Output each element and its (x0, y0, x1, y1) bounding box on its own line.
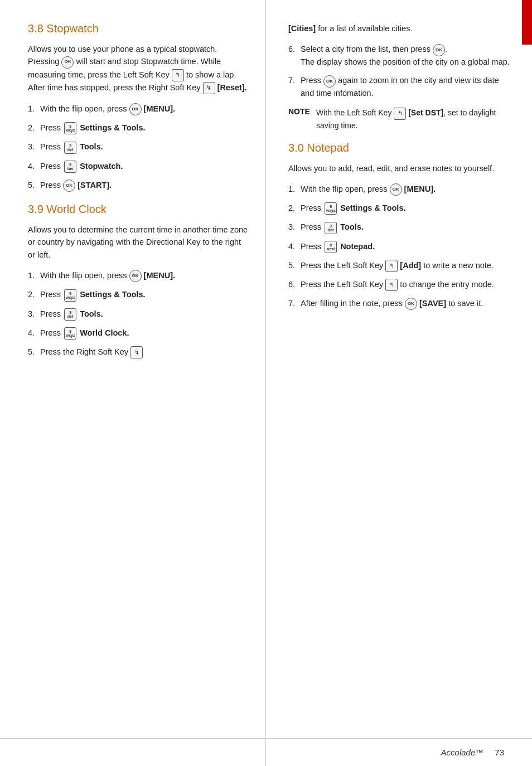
right-column: [Cities] for a list of available cities.… (266, 0, 532, 766)
right-soft-wc5: ↯ (130, 346, 143, 358)
ok-icon-wc6: OK (433, 44, 445, 56)
page-number: 73 (495, 748, 504, 757)
stopwatch-step-4: 4. Press 8tuv Stopwatch. (28, 161, 249, 173)
worldclock-step-7: 7. Press OK again to zoom in on the city… (288, 75, 510, 99)
ok-icon-1: OK (129, 103, 142, 115)
note-dst: NOTE With the Left Soft Key ↰ [Set DST],… (288, 107, 510, 131)
worldclock-heading: 3.9 World Clock (28, 203, 249, 216)
reset-label: [Reset]. (217, 83, 247, 92)
ok-icon-wc7: OK (323, 75, 336, 88)
btn-9wxyz-1: 9wxyz (64, 122, 76, 134)
worldclock-step-2: 2. Press 9wxyz Settings & Tools. (28, 289, 249, 301)
ok-icon-np7: OK (405, 298, 417, 310)
brand-name: Accolade™ (441, 748, 484, 757)
btn-9wxyz-np2: 9wxyz (325, 202, 337, 215)
footer: Accolade™ 73 (0, 738, 532, 766)
notepad-body: Allows you to add, read, edit, and erase… (288, 162, 510, 174)
ok-icon-np1: OK (390, 183, 402, 196)
ok-icon-inline: OK (61, 56, 74, 69)
worldclock-step-5: 5. Press the Right Soft Key ↯ (28, 346, 249, 358)
cities-text: [Cities] for a list of available cities. (288, 22, 510, 35)
stopwatch-heading: 3.8 Stopwatch (28, 22, 249, 35)
notepad-step-1: 1. With the flip open, press OK [MENU]. (288, 183, 510, 196)
btn-9wxyz-wc4: 9wxyz (64, 327, 76, 340)
page: 3.8 Stopwatch Allows you to use your pho… (0, 0, 532, 766)
left-soft-icon: ↰ (172, 69, 184, 81)
stopwatch-step-5: 5. Press OK [START]. (28, 180, 249, 192)
btn-8tuv: 8tuv (64, 161, 76, 173)
notepad-heading: 3.0 Notepad (288, 142, 510, 154)
stopwatch-body: Allows you to use your phone as a typica… (28, 43, 249, 94)
stopwatch-step-2: 2. Press 9wxyz Settings & Tools. (28, 122, 249, 134)
notepad-step-5: 5. Press the Left Soft Key ↰ [Add] to wr… (288, 260, 510, 272)
left-soft-np6: ↰ (385, 279, 398, 291)
btn-0next: 0next (325, 241, 337, 253)
worldclock-step-1: 1. With the flip open, press OK [MENU]. (28, 270, 249, 282)
btn-9wxyz-wc2: 9wxyz (64, 289, 76, 302)
notepad-step-4: 4. Press 0next Notepad. (288, 241, 510, 253)
btn-3def-1: 3def (64, 142, 76, 154)
right-soft-icon: ↯ (203, 82, 215, 94)
section-stopwatch: 3.8 Stopwatch Allows you to use your pho… (28, 22, 249, 192)
notepad-step-3: 3. Press 3def Tools. (288, 221, 510, 234)
worldclock-continuation: [Cities] for a list of available cities.… (288, 22, 510, 132)
red-tab (522, 0, 532, 45)
btn-3def-wc3: 3def (64, 308, 76, 321)
ok-icon-start: OK (63, 180, 75, 192)
notepad-step-6: 6. Press the Left Soft Key ↰ to change t… (288, 279, 510, 291)
worldclock-step-3: 3. Press 3def Tools. (28, 308, 249, 321)
btn-3def-np3: 3def (325, 222, 337, 234)
left-soft-note: ↰ (394, 108, 406, 120)
stopwatch-step-3: 3. Press 3def Tools. (28, 141, 249, 153)
section-notepad: 3.0 Notepad Allows you to add, read, edi… (288, 142, 510, 311)
left-soft-np5: ↰ (385, 260, 398, 272)
worldclock-step-6: 6. Select a city from the list, then pre… (288, 43, 510, 68)
section-worldclock: 3.9 World Clock Allows you to determine … (28, 203, 249, 358)
worldclock-step-4: 4. Press 9wxyz World Clock. (28, 327, 249, 340)
left-column: 3.8 Stopwatch Allows you to use your pho… (0, 0, 266, 766)
stopwatch-step-1: 1. With the flip open, press OK [MENU]. (28, 103, 249, 115)
notepad-step-7: 7. After filling in the note, press OK [… (288, 298, 510, 310)
worldclock-body: Allows you to determine the current time… (28, 224, 249, 261)
notepad-step-2: 2. Press 9wxyz Settings & Tools. (288, 202, 510, 215)
ok-icon-wc1: OK (129, 270, 142, 282)
